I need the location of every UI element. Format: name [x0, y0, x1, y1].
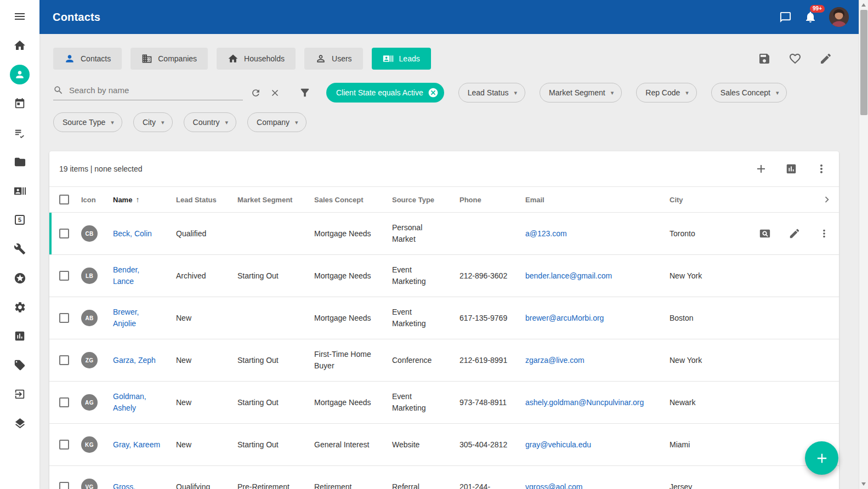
save-view-icon[interactable] — [758, 52, 771, 65]
table-row[interactable]: KG Gray, Kareem New Starting Out General… — [49, 424, 839, 466]
favorite-heart-icon[interactable] — [788, 52, 802, 65]
chart-view-icon[interactable] — [785, 163, 797, 175]
email-link[interactable]: ashely.goldman@Nuncpulvinar.org — [525, 398, 644, 407]
column-header-phone[interactable]: Phone — [459, 196, 525, 204]
source-type-value: Event Marketing — [392, 306, 459, 329]
tab-label: Leads — [399, 54, 420, 63]
home-icon[interactable] — [13, 39, 26, 52]
contact-initials-avatar: KG — [81, 436, 98, 453]
filter-funnel-icon[interactable] — [299, 87, 311, 99]
filter-city[interactable]: City▾ — [133, 112, 173, 132]
tab-households[interactable]: Households — [217, 48, 296, 70]
contact-name-link[interactable]: Gray, Kareem — [113, 440, 160, 449]
tab-leads[interactable]: Leads — [372, 48, 431, 70]
layers-icon[interactable] — [13, 417, 26, 430]
edit-pencil-icon[interactable] — [819, 52, 832, 65]
scroll-up-arrow[interactable] — [861, 3, 866, 7]
filter-sales-concept[interactable]: Sales Concept▾ — [711, 83, 787, 103]
sidebar-item-contacts[interactable] — [13, 68, 26, 81]
row-checkbox[interactable] — [59, 313, 69, 323]
filter-rep-code[interactable]: Rep Code▾ — [636, 83, 697, 103]
column-header-name[interactable]: Name↑ — [113, 195, 176, 204]
filter-label: Source Type — [63, 118, 105, 127]
select-all-checkbox[interactable] — [59, 195, 69, 204]
contact-name-link[interactable]: Bender, Lance — [113, 265, 139, 286]
tools-wrench-icon[interactable] — [13, 242, 26, 255]
scrollbar-thumb[interactable] — [860, 10, 867, 115]
column-header-source-type[interactable]: Source Type — [392, 196, 459, 204]
menu-icon[interactable] — [13, 10, 26, 23]
user-avatar[interactable] — [829, 7, 849, 27]
lead-status-value: Archived — [176, 270, 237, 282]
row-checkbox[interactable] — [59, 271, 69, 281]
column-header-lead-status[interactable]: Lead Status — [176, 196, 237, 204]
folder-icon[interactable] — [13, 155, 26, 168]
contact-name-link[interactable]: Gross, — [113, 482, 135, 489]
column-header-sales-concept[interactable]: Sales Concept — [314, 196, 392, 204]
contact-name-link[interactable]: Garza, Zeph — [113, 356, 156, 365]
table-row[interactable]: AB Brewer, Anjolie New Mortgage Needs Ev… — [49, 297, 839, 339]
refresh-icon[interactable] — [251, 88, 261, 98]
table-row[interactable]: AG Goldman, Ashely New Starting Out Mort… — [49, 382, 839, 424]
notifications-bell-icon[interactable]: 99+ — [804, 10, 817, 24]
tab-companies[interactable]: Companies — [131, 48, 208, 70]
calendar-icon[interactable] — [13, 97, 26, 110]
preview-record-icon[interactable] — [759, 228, 771, 240]
tags-icon[interactable] — [13, 359, 26, 372]
search-input[interactable] — [69, 86, 243, 95]
lead-status-value: Qualifying — [176, 481, 237, 489]
sign-out-icon[interactable] — [13, 388, 26, 401]
leads-card-icon[interactable] — [13, 184, 26, 197]
email-link[interactable]: gray@vehicula.edu — [525, 440, 591, 449]
settings-gear-icon[interactable] — [13, 300, 26, 314]
reports-chart-icon[interactable] — [13, 329, 26, 343]
add-icon[interactable] — [754, 162, 768, 175]
contact-name-link[interactable]: Beck, Colin — [113, 229, 152, 238]
filter-country[interactable]: Country▾ — [184, 112, 237, 132]
column-header-city[interactable]: City — [670, 196, 815, 204]
row-checkbox[interactable] — [59, 397, 69, 407]
lead-status-value: New — [176, 439, 237, 451]
email-link[interactable]: brewer@arcuMorbi.org — [525, 314, 604, 322]
filter-source-type[interactable]: Source Type▾ — [53, 112, 122, 132]
clear-search-icon[interactable] — [270, 88, 280, 98]
contact-initials-avatar: LB — [81, 268, 98, 284]
table-row[interactable]: ZG Garza, Zeph New Starting Out First-Ti… — [49, 339, 839, 382]
add-contact-fab[interactable] — [805, 441, 838, 475]
email-link[interactable]: bender.lance@gmail.com — [525, 271, 612, 280]
filter-row-2: Source Type▾ City▾ Country▾ Company▾ — [53, 112, 839, 132]
contact-name-link[interactable]: Brewer, Anjolie — [113, 308, 139, 328]
table-row[interactable]: VG Gross, Qualifying Pre-Retirement Reti… — [49, 466, 839, 489]
filter-lead-status[interactable]: Lead Status▾ — [458, 83, 525, 103]
scroll-columns-right-icon[interactable] — [815, 194, 839, 206]
table-row[interactable]: LB Bender, Lance Archived Starting Out M… — [49, 255, 839, 297]
row-more-icon[interactable] — [818, 228, 830, 240]
filter-market-segment[interactable]: Market Segment▾ — [540, 83, 622, 103]
tab-contacts[interactable]: Contacts — [53, 48, 122, 70]
contact-name-link[interactable]: Goldman, Ashely — [113, 392, 146, 412]
row-checkbox[interactable] — [59, 440, 69, 450]
edit-row-icon[interactable] — [788, 228, 801, 240]
tasks-checklist-icon[interactable] — [13, 126, 26, 139]
email-link[interactable]: vgross@aol.com — [525, 482, 582, 489]
table-row[interactable]: CB Beck, Colin Qualified Mortgage Needs … — [49, 213, 839, 255]
filter-company[interactable]: Company▾ — [247, 112, 306, 132]
row-checkbox[interactable] — [59, 229, 69, 238]
favorites-star-icon[interactable] — [13, 271, 26, 285]
scroll-down-arrow[interactable] — [861, 482, 866, 486]
active-filter-chip[interactable]: Client State equals Active — [326, 83, 444, 103]
row-checkbox[interactable] — [59, 482, 69, 489]
contact-initials-avatar: AG — [81, 394, 98, 411]
tab-users[interactable]: Users — [304, 48, 363, 70]
email-link[interactable]: zgarza@live.com — [525, 356, 585, 365]
chat-icon[interactable] — [779, 11, 792, 24]
scrollbar[interactable] — [859, 0, 868, 489]
column-header-email[interactable]: Email — [525, 196, 670, 204]
column-header-market-segment[interactable]: Market Segment — [237, 196, 314, 204]
email-link[interactable]: a@123.com — [525, 229, 567, 238]
remove-filter-icon[interactable] — [428, 87, 439, 98]
row-checkbox[interactable] — [59, 355, 69, 365]
recent-5-icon[interactable]: 5 — [13, 213, 26, 226]
column-header-icon[interactable]: Icon — [81, 196, 113, 204]
more-options-icon[interactable] — [815, 162, 828, 175]
